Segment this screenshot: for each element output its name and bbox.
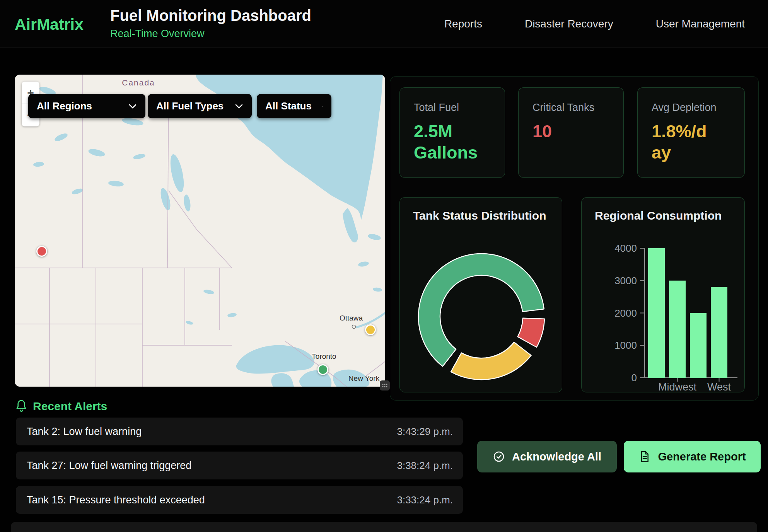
drag-grip-icon	[382, 382, 388, 389]
tank-status-chart-title: Tank Status Distribution	[413, 209, 546, 222]
alert-text: Tank 15: Pressure threshold exceeded	[27, 494, 205, 506]
donut-segment-normal	[418, 254, 544, 366]
page-title: Fuel Monitoring Dashboard	[110, 7, 311, 24]
critical-tanks-value: 10	[532, 121, 552, 142]
bar-region-3	[690, 313, 707, 378]
alert-time: 3:38:24 p.m.	[397, 460, 453, 472]
fuel-type-filter-dropdown[interactable]: All Fuel Types	[148, 94, 252, 118]
critical-tanks-label: Critical Tanks	[532, 102, 594, 114]
map-label-ottawa: Ottawa	[340, 314, 363, 322]
svg-text:3000: 3000	[614, 275, 637, 286]
chevron-down-icon	[235, 104, 243, 109]
tank-status-donut-chart	[400, 198, 563, 393]
map-label-toronto: Toronto	[312, 352, 336, 360]
alert-row-3[interactable]: Tank 15: Pressure threshold exceeded 3:3…	[16, 486, 463, 514]
svg-text:2000: 2000	[614, 307, 637, 319]
tank-status-chart-card: Tank Status Distribution	[399, 197, 562, 392]
critical-tanks-card: Critical Tanks 10	[518, 87, 624, 178]
chevron-down-icon	[322, 104, 323, 109]
recent-alerts-title: Recent Alerts	[33, 400, 107, 413]
metrics-panel: Total Fuel 2.5M Gallons Critical Tanks 1…	[390, 76, 759, 401]
status-filter-dropdown[interactable]: All Status	[257, 94, 331, 118]
fuel-type-filter-value: All Fuel Types	[156, 100, 224, 112]
check-circle-icon	[493, 450, 505, 463]
app-logo: AirMatrix	[15, 15, 84, 34]
file-text-icon	[638, 450, 651, 463]
total-fuel-value: 2.5M Gallons	[414, 121, 495, 164]
regional-consumption-chart-card: Regional Consumption 01000200030004000Mi…	[581, 197, 745, 392]
status-filter-value: All Status	[265, 100, 312, 112]
main-nav: Reports Disaster Recovery User Managemen…	[444, 0, 745, 48]
alert-row-1[interactable]: Tank 2: Low fuel warning 3:43:29 p.m.	[16, 418, 463, 445]
tank-marker-normal[interactable]	[317, 364, 328, 375]
regional-consumption-bar-chart: 01000200030004000MidwestWest	[582, 198, 745, 393]
fuel-monitoring-dashboard: AirMatrix Fuel Monitoring Dashboard Real…	[0, 0, 768, 532]
bar-West	[711, 287, 727, 378]
nav-reports[interactable]: Reports	[444, 18, 482, 30]
alert-row-2[interactable]: Tank 27: Low fuel warning triggered 3:38…	[16, 452, 463, 479]
donut-segment-critical	[518, 318, 544, 347]
acknowledge-all-button[interactable]: Acknowledge All	[477, 441, 617, 472]
avg-depletion-label: Avg Depletion	[652, 102, 717, 114]
alert-time: 3:43:29 p.m.	[397, 426, 453, 438]
map-canvas: Canada Ottawa Toronto New York	[15, 75, 385, 387]
svg-text:1000: 1000	[614, 339, 637, 351]
donut-segment-warning	[451, 342, 531, 380]
top-bar: AirMatrix Fuel Monitoring Dashboard Real…	[0, 0, 768, 48]
svg-text:4000: 4000	[614, 242, 637, 254]
bell-icon	[15, 399, 28, 413]
svg-text:Midwest: Midwest	[658, 381, 697, 393]
region-filter-value: All Regions	[37, 100, 92, 112]
acknowledge-all-label: Acknowledge All	[512, 450, 601, 463]
avg-depletion-value: 1.8%/day	[652, 121, 713, 164]
region-filter-dropdown[interactable]: All Regions	[28, 94, 145, 118]
avg-depletion-card: Avg Depletion 1.8%/day	[637, 87, 745, 178]
total-fuel-card: Total Fuel 2.5M Gallons	[399, 87, 505, 178]
map-label-new-york: New York	[348, 374, 380, 382]
generate-report-label: Generate Report	[658, 450, 746, 463]
bar-Midwest	[669, 281, 686, 378]
bar-region-1	[648, 248, 665, 378]
tank-marker-warning[interactable]	[365, 324, 376, 335]
bottom-strip	[11, 522, 757, 532]
generate-report-button[interactable]: Generate Report	[624, 441, 761, 472]
svg-text:0: 0	[631, 372, 637, 384]
map-label-canada: Canada	[122, 78, 155, 87]
tank-marker-critical[interactable]	[36, 246, 47, 257]
nav-user-management[interactable]: User Management	[656, 18, 745, 30]
total-fuel-label: Total Fuel	[414, 102, 459, 114]
alert-time: 3:33:24 p.m.	[397, 494, 453, 506]
map-resize-handle[interactable]	[380, 380, 390, 390]
chevron-down-icon	[128, 104, 137, 109]
regional-consumption-chart-title: Regional Consumption	[595, 209, 722, 222]
fuel-map[interactable]: Canada Ottawa Toronto New York	[15, 75, 385, 387]
page-subtitle: Real-Time Overview	[110, 28, 205, 40]
nav-disaster-recovery[interactable]: Disaster Recovery	[525, 18, 613, 30]
alert-text: Tank 2: Low fuel warning	[27, 426, 142, 438]
alert-text: Tank 27: Low fuel warning triggered	[27, 460, 191, 472]
svg-text:West: West	[707, 381, 731, 393]
